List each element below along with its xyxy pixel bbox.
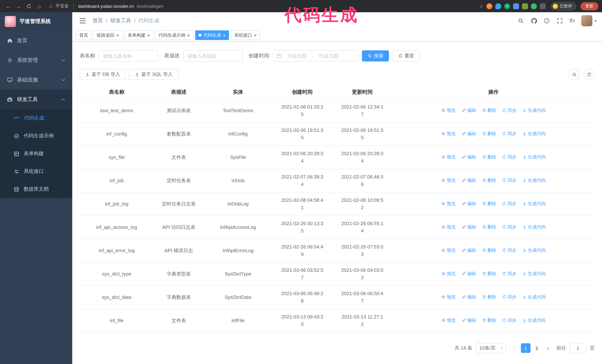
browser-update-button[interactable]: 更新 bbox=[580, 2, 598, 10]
back-icon[interactable]: ← bbox=[4, 2, 13, 10]
breadcrumb-home[interactable]: 首页 bbox=[93, 17, 103, 24]
sidebar-item-infrastructure[interactable]: 基础设施 bbox=[0, 70, 72, 90]
page-button-2[interactable]: 2 bbox=[532, 343, 542, 353]
sidebar-item-codegen[interactable]: </> 代码生成 bbox=[0, 109, 72, 127]
import-db-button[interactable]: 基于 DB 导入 bbox=[80, 69, 126, 80]
breadcrumb-dev-tools[interactable]: 研发工具 bbox=[110, 17, 131, 24]
sidebar-item-form-builder[interactable]: 表单构建 bbox=[0, 145, 72, 163]
delete-link[interactable]: 删除 bbox=[482, 317, 496, 324]
edit-link[interactable]: 编辑 bbox=[462, 153, 476, 161]
generate-code-link[interactable]: 生成代码 bbox=[522, 223, 546, 231]
generate-code-link[interactable]: 生成代码 bbox=[522, 153, 546, 161]
extension-icon[interactable] bbox=[486, 3, 492, 9]
sidebar-item-codegen-example[interactable]: 代码生成示例 bbox=[0, 127, 72, 145]
preview-link[interactable]: 预览 bbox=[441, 247, 456, 254]
table-desc-input[interactable] bbox=[183, 50, 243, 62]
import-sql-button[interactable]: 基于 SQL 导入 bbox=[129, 69, 178, 80]
close-icon[interactable]: × bbox=[223, 33, 226, 38]
preview-link[interactable]: 预览 bbox=[441, 130, 456, 137]
generate-code-link[interactable]: 生成代码 bbox=[522, 130, 546, 137]
extension-icon[interactable] bbox=[531, 3, 537, 9]
sync-link[interactable]: 同步 bbox=[502, 130, 516, 137]
edit-link[interactable]: 编辑 bbox=[462, 317, 476, 324]
edit-link[interactable]: 编辑 bbox=[462, 130, 476, 137]
delete-link[interactable]: 删除 bbox=[482, 177, 496, 184]
generate-code-link[interactable]: 生成代码 bbox=[522, 270, 546, 277]
goto-page-input[interactable] bbox=[570, 343, 586, 353]
edit-link[interactable]: 编辑 bbox=[462, 177, 476, 184]
close-icon[interactable]: × bbox=[187, 33, 190, 38]
delete-link[interactable]: 删除 bbox=[482, 130, 496, 137]
tab-form-builder[interactable]: 表单构建 × bbox=[124, 30, 153, 40]
delete-link[interactable]: 删除 bbox=[482, 247, 496, 254]
edit-link[interactable]: 编辑 bbox=[462, 293, 476, 301]
sync-link[interactable]: 同步 bbox=[502, 107, 516, 114]
generate-code-link[interactable]: 生成代码 bbox=[522, 317, 546, 324]
preview-link[interactable]: 预览 bbox=[441, 223, 456, 231]
extension-icon[interactable] bbox=[504, 3, 510, 9]
home-icon[interactable]: ⌂ bbox=[35, 2, 44, 10]
tab-codegen[interactable]: 代码生成 × bbox=[195, 30, 229, 40]
sync-link[interactable]: 同步 bbox=[502, 177, 516, 184]
font-size-icon[interactable]: TT bbox=[570, 18, 575, 24]
sidebar-logo[interactable]: 芋道管理系统 bbox=[0, 12, 72, 31]
sync-link[interactable]: 同步 bbox=[502, 317, 516, 324]
prev-page-button[interactable]: ‹ bbox=[510, 343, 519, 353]
hamburger-icon[interactable] bbox=[78, 17, 87, 25]
sync-link[interactable]: 同步 bbox=[502, 247, 516, 254]
sync-link[interactable]: 同步 bbox=[502, 153, 516, 161]
generate-code-link[interactable]: 生成代码 bbox=[522, 200, 546, 207]
preview-link[interactable]: 预览 bbox=[441, 200, 456, 207]
forward-icon[interactable]: → bbox=[14, 2, 23, 10]
extension-icon[interactable] bbox=[513, 3, 519, 9]
tab-tracing[interactable]: 链路追踪 × bbox=[93, 30, 122, 40]
page-size-select[interactable]: 10条/页 ▾ bbox=[476, 343, 506, 353]
delete-link[interactable]: 删除 bbox=[482, 107, 496, 114]
extension-icon[interactable] bbox=[540, 3, 546, 9]
end-date-input[interactable] bbox=[315, 53, 343, 59]
sync-link[interactable]: 同步 bbox=[502, 293, 516, 301]
close-icon[interactable]: × bbox=[147, 33, 150, 38]
search-icon[interactable] bbox=[518, 17, 524, 24]
generate-code-link[interactable]: 生成代码 bbox=[522, 247, 546, 254]
delete-link[interactable]: 删除 bbox=[482, 153, 496, 161]
search-button[interactable]: 搜索 bbox=[362, 50, 389, 62]
sync-link[interactable]: 同步 bbox=[502, 223, 516, 231]
preview-link[interactable]: 预览 bbox=[441, 107, 456, 114]
close-icon[interactable]: × bbox=[116, 33, 119, 38]
generate-code-link[interactable]: 生成代码 bbox=[522, 177, 546, 184]
fullscreen-icon[interactable] bbox=[557, 17, 563, 24]
delete-link[interactable]: 删除 bbox=[482, 293, 496, 301]
sidebar-item-db-doc[interactable]: 数据库文档 bbox=[0, 180, 72, 198]
reset-button[interactable]: 重置 bbox=[393, 50, 420, 62]
preview-link[interactable]: 预览 bbox=[441, 293, 456, 301]
edit-link[interactable]: 编辑 bbox=[462, 247, 476, 254]
sidebar-item-system[interactable]: 系统管理 bbox=[0, 50, 72, 70]
profile-paused-badge[interactable]: 已暂停 bbox=[551, 2, 576, 10]
tab-home[interactable]: 首页 bbox=[76, 30, 92, 40]
tab-api[interactable]: 系统接口 × bbox=[231, 30, 260, 40]
delete-link[interactable]: 删除 bbox=[482, 200, 496, 207]
sync-link[interactable]: 同步 bbox=[502, 200, 516, 207]
edit-link[interactable]: 编辑 bbox=[462, 107, 476, 114]
extension-icon[interactable] bbox=[495, 3, 501, 9]
delete-link[interactable]: 删除 bbox=[482, 223, 496, 231]
github-icon[interactable] bbox=[531, 17, 537, 24]
refresh-table-button[interactable] bbox=[583, 69, 595, 80]
extension-icon[interactable] bbox=[522, 3, 528, 9]
sync-link[interactable]: 同步 bbox=[502, 270, 516, 277]
date-range-picker[interactable]: - bbox=[273, 50, 358, 62]
next-page-button[interactable]: › bbox=[543, 343, 553, 353]
bookmark-star-icon[interactable]: ☆ bbox=[479, 3, 484, 9]
preview-link[interactable]: 预览 bbox=[441, 177, 456, 184]
sidebar-item-api[interactable]: 系统接口 bbox=[0, 163, 72, 180]
edit-link[interactable]: 编辑 bbox=[462, 223, 476, 231]
start-date-input[interactable] bbox=[283, 53, 311, 59]
generate-code-link[interactable]: 生成代码 bbox=[522, 293, 546, 301]
toggle-search-button[interactable] bbox=[569, 69, 580, 80]
generate-code-link[interactable]: 生成代码 bbox=[522, 107, 546, 114]
delete-link[interactable]: 删除 bbox=[482, 270, 496, 277]
table-name-input[interactable] bbox=[99, 50, 158, 62]
page-button-1[interactable]: 1 bbox=[521, 343, 530, 353]
tab-codegen-example[interactable]: 代码生成示例 × bbox=[155, 30, 193, 40]
